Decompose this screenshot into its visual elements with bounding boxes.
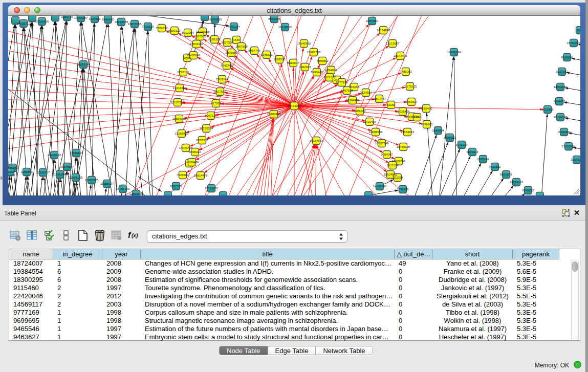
column-header-out_de[interactable]: △ out_de… [395, 249, 432, 259]
directed-edge-black[interactable] [368, 190, 399, 195]
select-all-icon[interactable] [42, 228, 56, 243]
directed-edge-black[interactable] [108, 24, 118, 195]
window-titlebar[interactable]: citations_edges.txt [8, 5, 580, 16]
directed-edge-black[interactable] [496, 193, 525, 195]
directed-edge-red[interactable] [8, 88, 294, 106]
new-file-icon[interactable] [76, 228, 90, 243]
directed-edge-red[interactable] [8, 77, 294, 106]
cell-out_de: 0 [395, 325, 432, 333]
table-row[interactable]: 2242004622012Investigating the contribut… [9, 292, 559, 300]
teal-node[interactable] [220, 192, 227, 196]
tab-network-table[interactable]: Network Table [316, 346, 372, 355]
delete-icon[interactable] [93, 228, 106, 243]
table-row[interactable]: 1872400712008Changes of HCN gene express… [9, 259, 559, 268]
column-header-short[interactable]: short [432, 249, 513, 259]
directed-edge-black[interactable] [441, 156, 470, 195]
node-label: 1244413 [553, 100, 565, 103]
column-header-title[interactable]: title [141, 249, 395, 259]
edge-arrowhead-icon [257, 54, 260, 58]
directed-edge-black[interactable] [485, 186, 514, 195]
directed-edge-black[interactable] [406, 135, 437, 195]
directed-edge-red[interactable] [317, 145, 331, 195]
node-label: 1527602 [89, 17, 101, 20]
node-label: 17359924 [70, 151, 83, 155]
network-graph-svg: 1405571220691406109371910653267152760264… [8, 16, 580, 195]
directed-edge-black[interactable] [124, 28, 135, 195]
float-window-icon[interactable] [562, 209, 570, 217]
function-builder-icon[interactable]: f (x) [127, 228, 144, 243]
teal-node[interactable] [164, 192, 172, 196]
node-label: 12505135 [69, 176, 83, 179]
directed-edge-black[interactable] [114, 26, 121, 195]
directed-edge-red[interactable] [230, 68, 294, 106]
import-table-icon[interactable] [110, 228, 123, 243]
table-row[interactable]: 1830029562008Estimation of significance … [9, 276, 559, 284]
directed-edge-black[interactable] [135, 28, 153, 195]
directed-edge-red[interactable] [204, 106, 294, 173]
node-label: 8215955 [541, 108, 554, 111]
cell-name: 9777169 [9, 309, 53, 317]
table-row[interactable]: 946362711997Embryonic stem cells: a mode… [9, 333, 559, 341]
teal-node[interactable] [536, 192, 544, 196]
node-label: 1640954 [432, 129, 444, 132]
table-row[interactable]: 1456911722003Disruption of a novel membe… [9, 300, 559, 309]
table-scrollbar[interactable] [571, 260, 579, 339]
resize-grip-icon[interactable] [573, 189, 580, 195]
table-row[interactable]: 911546021997Tourette syndrome. Phenomeno… [9, 284, 559, 292]
cell-title: Tourette syndrome. Phenomenology and cla… [141, 284, 395, 292]
directed-edge-black[interactable] [463, 170, 493, 195]
column-header-name[interactable]: name [9, 249, 53, 259]
directed-edge-black[interactable] [573, 147, 580, 154]
table-scrollbar-thumb[interactable] [572, 261, 578, 272]
directed-edge-black[interactable] [104, 28, 134, 195]
directed-edge-red[interactable] [8, 67, 294, 106]
teal-node[interactable] [52, 16, 59, 21]
directed-edge-red[interactable] [8, 23, 294, 106]
table-row[interactable]: 969969511998Structural magnetic resonanc… [9, 317, 559, 325]
directed-edge-red[interactable] [8, 99, 294, 106]
column-header-in_degree[interactable]: in_degree [53, 249, 102, 259]
directed-edge-black[interactable] [454, 56, 457, 195]
directed-edge-black[interactable] [474, 178, 504, 195]
tab-node-table[interactable]: Node Table [220, 346, 268, 355]
table-row[interactable]: 946554611997Estimation of the future num… [9, 325, 559, 333]
directed-edge-black[interactable] [70, 24, 107, 195]
column-header-year[interactable]: year [102, 249, 141, 259]
close-panel-icon[interactable]: ✕ [573, 208, 581, 217]
directed-edge-black[interactable] [540, 114, 547, 195]
right-edge-strip [585, 0, 588, 372]
network-canvas[interactable]: 1405571220691406109371910653267152760264… [8, 16, 580, 195]
directed-edge-black[interactable] [437, 56, 453, 195]
directed-edge-red[interactable] [234, 55, 294, 106]
show-column-settings-icon[interactable] [9, 228, 22, 243]
edge-arrowhead-icon [89, 184, 92, 188]
directed-edge-red[interactable] [8, 106, 294, 132]
tab-edge-table[interactable]: Edge Table [268, 346, 316, 355]
directed-edge-red[interactable] [8, 106, 294, 121]
edge-arrowhead-icon [186, 170, 190, 172]
node-label: 19654923 [401, 130, 415, 134]
table-selector-dropdown[interactable]: citations_edges.txt [147, 230, 347, 243]
directed-edge-red[interactable] [315, 145, 316, 195]
directed-edge-black[interactable] [571, 58, 580, 64]
directed-edge-red[interactable] [305, 145, 316, 195]
node-label: 1615112 [387, 164, 399, 167]
cell-out_de: 0 [395, 284, 432, 292]
edge-arrowhead-icon [41, 177, 43, 180]
directed-edge-red[interactable] [294, 106, 399, 195]
directed-edge-black[interactable] [101, 188, 106, 195]
directed-edge-black[interactable] [148, 31, 153, 195]
node-label: 21364436 [346, 99, 360, 102]
teal-node[interactable] [201, 16, 209, 21]
column-header-pagerank[interactable]: pagerank [513, 249, 559, 259]
cell-out_de: 0 [395, 309, 432, 317]
select-columns-icon[interactable] [26, 228, 39, 243]
unselect-all-icon[interactable] [59, 228, 73, 243]
teal-node[interactable] [365, 192, 373, 196]
directed-edge-black[interactable] [13, 172, 20, 195]
node-table: namein_degreeyeartitle△ out_de…shortpage… [9, 249, 580, 341]
edge-arrowhead-icon [43, 177, 46, 180]
directed-edge-black[interactable] [122, 26, 146, 195]
table-row[interactable]: 977716911998Corpus callosum shape and si… [9, 309, 559, 317]
table-row[interactable]: 1938455462009Genome-wide association stu… [9, 268, 559, 276]
